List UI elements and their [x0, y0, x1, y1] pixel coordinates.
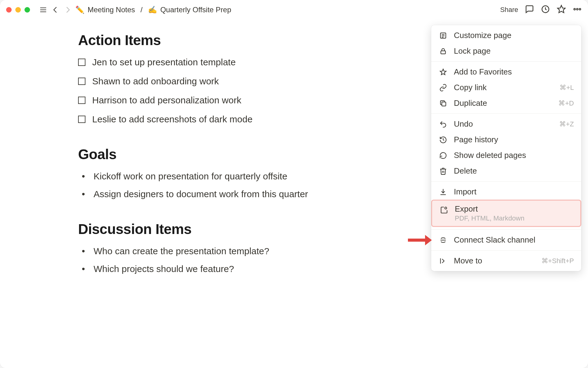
menu-label: Copy link: [454, 83, 487, 92]
discussion-heading: Discussion Items: [78, 221, 337, 237]
menu-lock-page[interactable]: Lock page: [431, 43, 581, 59]
menu-copy-link[interactable]: Copy link ⌘+L: [431, 80, 581, 95]
svg-marker-4: [558, 6, 565, 13]
back-button[interactable]: [51, 5, 60, 14]
menu-label: Import: [454, 187, 477, 197]
favorite-icon[interactable]: [557, 5, 566, 15]
undo-icon: [439, 120, 448, 129]
discussion-text: Who can create the presentation template…: [94, 246, 270, 256]
menu-move-to[interactable]: Move to ⌘+Shift+P: [431, 253, 581, 269]
todo-item[interactable]: Jen to set up presentation template: [78, 57, 337, 67]
export-icon: [439, 205, 449, 215]
star-icon: [439, 67, 448, 77]
duplicate-icon: [439, 99, 448, 108]
goals-heading: Goals: [78, 146, 337, 163]
sidebar-toggle-button[interactable]: [39, 5, 48, 14]
menu-shortcut: ⌘+Z: [559, 120, 574, 128]
menu-label: Show deleted pages: [454, 151, 526, 160]
todo-item[interactable]: Harrison to add personalization work: [78, 95, 337, 105]
svg-rect-14: [442, 102, 446, 106]
todo-text: Jen to set up presentation template: [92, 57, 236, 67]
breadcrumb-separator: /: [141, 6, 143, 14]
restore-icon: [439, 151, 448, 160]
checkbox-icon[interactable]: [78, 59, 85, 66]
list-item[interactable]: Assign designers to document work from t…: [78, 189, 337, 199]
moveto-icon: [439, 256, 448, 266]
trash-icon: [439, 167, 448, 176]
import-icon: [439, 187, 448, 197]
menu-separator: [431, 250, 581, 251]
menu-label: Connect Slack channel: [454, 235, 535, 245]
menu-label: Add to Favorites: [454, 67, 512, 77]
svg-point-5: [574, 9, 575, 10]
minimize-window-button[interactable]: [15, 7, 21, 13]
menu-separator: [431, 229, 581, 230]
menu-duplicate[interactable]: Duplicate ⌘+D: [431, 95, 581, 111]
menu-label: Move to: [454, 256, 482, 266]
goals-list: Kickoff work on presentation for quarter…: [78, 171, 337, 199]
checkbox-icon[interactable]: [78, 78, 85, 85]
breadcrumb-page-emoji: ✍️: [148, 6, 157, 14]
more-icon[interactable]: [573, 5, 582, 15]
menu-label: Delete: [454, 166, 477, 176]
menu-label: Page history: [454, 135, 498, 144]
goal-text: Kickoff work on presentation for quarter…: [94, 171, 288, 182]
menu-undo[interactable]: Undo ⌘+Z: [431, 116, 581, 132]
menu-add-to-favorites[interactable]: Add to Favorites: [431, 64, 581, 80]
titlebar: ✏️ Meeting Notes / ✍️ Quarterly Offsite …: [0, 0, 588, 20]
traffic-lights: [6, 7, 30, 13]
updates-icon[interactable]: [541, 5, 550, 15]
menu-customize-page[interactable]: Customize page: [431, 28, 581, 43]
svg-point-7: [579, 9, 581, 10]
menu-separator: [431, 61, 581, 62]
forward-button[interactable]: [63, 5, 72, 14]
menu-separator: [431, 113, 581, 114]
list-item[interactable]: Which projects should we feature?: [78, 264, 337, 274]
svg-marker-13: [440, 69, 446, 75]
history-icon: [439, 135, 448, 144]
menu-show-deleted[interactable]: Show deleted pages: [431, 148, 581, 163]
svg-rect-12: [441, 51, 445, 54]
maximize-window-button[interactable]: [24, 7, 30, 13]
todo-item[interactable]: Shawn to add onboarding work: [78, 76, 337, 86]
menu-delete[interactable]: Delete: [431, 163, 581, 179]
goal-text: Assign designers to document work from t…: [94, 189, 308, 199]
action-items-heading: Action Items: [78, 32, 337, 48]
breadcrumb-parent-emoji: ✏️: [75, 6, 85, 14]
menu-connect-slack[interactable]: Connect Slack channel: [431, 232, 581, 248]
menu-shortcut: ⌘+Shift+P: [541, 257, 574, 265]
menu-label: Lock page: [454, 46, 491, 56]
link-icon: [439, 83, 448, 92]
list-item[interactable]: Who can create the presentation template…: [78, 246, 337, 256]
todo-text: Shawn to add onboarding work: [92, 76, 219, 86]
discussion-list: Who can create the presentation template…: [78, 246, 337, 274]
svg-marker-18: [425, 235, 432, 245]
topbar-right: Share: [500, 5, 582, 15]
callout-arrow: [407, 233, 432, 247]
menu-separator: [431, 181, 581, 182]
menu-export[interactable]: Export PDF, HTML, Markdown: [431, 200, 581, 227]
menu-label: Customize page: [454, 31, 511, 40]
todo-text: Harrison to add personalization work: [92, 95, 241, 105]
menu-shortcut: ⌘+L: [560, 84, 574, 92]
menu-shortcut: ⌘+D: [558, 99, 574, 107]
comments-icon[interactable]: [525, 5, 534, 15]
menu-import[interactable]: Import: [431, 184, 581, 200]
page-content: Action Items Jen to set up presentation …: [0, 20, 337, 274]
checkbox-icon[interactable]: [78, 116, 85, 123]
breadcrumb-parent[interactable]: Meeting Notes: [88, 6, 135, 14]
share-button[interactable]: Share: [500, 6, 518, 14]
todo-item[interactable]: Leslie to add screenshots of dark mode: [78, 114, 337, 125]
breadcrumb-page[interactable]: Quarterly Offsite Prep: [160, 6, 231, 14]
menu-page-history[interactable]: Page history: [431, 132, 581, 148]
checkbox-icon[interactable]: [78, 97, 85, 104]
action-items-list: Jen to set up presentation template Shaw…: [78, 57, 337, 125]
close-window-button[interactable]: [6, 7, 12, 13]
breadcrumb: ✏️ Meeting Notes / ✍️ Quarterly Offsite …: [75, 6, 231, 14]
slack-icon: [439, 236, 448, 245]
app-window: ✏️ Meeting Notes / ✍️ Quarterly Offsite …: [0, 0, 588, 368]
menu-label: Undo: [454, 119, 473, 129]
svg-point-6: [577, 9, 578, 10]
list-item[interactable]: Kickoff work on presentation for quarter…: [78, 171, 337, 182]
lock-icon: [439, 47, 448, 56]
